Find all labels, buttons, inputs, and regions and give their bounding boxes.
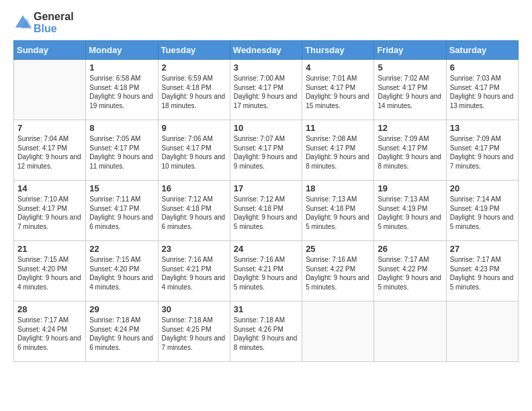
calendar-cell: 10Sunrise: 7:07 AM Sunset: 4:17 PM Dayli…: [230, 120, 302, 181]
weekday-monday: Monday: [86, 41, 158, 60]
day-number: 16: [162, 183, 226, 193]
cell-details: Sunrise: 7:04 AM Sunset: 4:17 PM Dayligh…: [17, 134, 82, 171]
cell-details: Sunrise: 7:12 AM Sunset: 4:18 PM Dayligh…: [162, 195, 226, 231]
logo-text: General Blue: [34, 11, 74, 35]
calendar-cell: 1Sunrise: 6:58 AM Sunset: 4:18 PM Daylig…: [86, 60, 158, 120]
day-number: 4: [306, 62, 370, 73]
cell-details: Sunrise: 7:13 AM Sunset: 4:18 PM Dayligh…: [306, 195, 370, 231]
calendar-cell: 30Sunrise: 7:18 AM Sunset: 4:25 PM Dayli…: [158, 302, 230, 362]
calendar-cell: 19Sunrise: 7:13 AM Sunset: 4:19 PM Dayli…: [374, 181, 446, 241]
calendar-cell: 24Sunrise: 7:16 AM Sunset: 4:21 PM Dayli…: [230, 241, 302, 302]
cell-details: Sunrise: 7:01 AM Sunset: 4:17 PM Dayligh…: [306, 74, 370, 110]
calendar-cell: 29Sunrise: 7:18 AM Sunset: 4:24 PM Dayli…: [86, 302, 158, 362]
cell-details: Sunrise: 7:16 AM Sunset: 4:21 PM Dayligh…: [234, 255, 298, 291]
calendar-cell: 3Sunrise: 7:00 AM Sunset: 4:17 PM Daylig…: [230, 60, 302, 120]
cell-details: Sunrise: 7:05 AM Sunset: 4:17 PM Dayligh…: [89, 134, 154, 171]
cell-details: Sunrise: 6:58 AM Sunset: 4:18 PM Dayligh…: [89, 74, 154, 110]
day-number: 5: [378, 62, 442, 73]
cell-details: Sunrise: 7:18 AM Sunset: 4:24 PM Dayligh…: [89, 316, 154, 352]
cell-details: Sunrise: 7:17 AM Sunset: 4:23 PM Dayligh…: [450, 255, 515, 291]
calendar-cell: [14, 60, 86, 120]
weekday-saturday: Saturday: [446, 41, 518, 60]
logo-icon: [13, 13, 32, 32]
cell-details: Sunrise: 7:03 AM Sunset: 4:17 PM Dayligh…: [450, 74, 515, 110]
calendar-cell: 27Sunrise: 7:17 AM Sunset: 4:23 PM Dayli…: [446, 241, 518, 302]
calendar-cell: 15Sunrise: 7:11 AM Sunset: 4:17 PM Dayli…: [86, 181, 158, 241]
cell-details: Sunrise: 7:15 AM Sunset: 4:20 PM Dayligh…: [89, 255, 154, 291]
day-number: 26: [378, 244, 442, 254]
day-number: 1: [89, 62, 154, 73]
cell-details: Sunrise: 7:17 AM Sunset: 4:22 PM Dayligh…: [378, 255, 442, 291]
cell-details: Sunrise: 7:06 AM Sunset: 4:17 PM Dayligh…: [162, 134, 226, 171]
weekday-header-row: SundayMondayTuesdayWednesdayThursdayFrid…: [14, 41, 519, 60]
day-number: 29: [89, 304, 154, 314]
cell-details: Sunrise: 7:14 AM Sunset: 4:19 PM Dayligh…: [450, 195, 515, 231]
weekday-thursday: Thursday: [302, 41, 374, 60]
day-number: 21: [17, 244, 82, 254]
day-number: 8: [89, 123, 154, 133]
calendar-cell: 14Sunrise: 7:10 AM Sunset: 4:17 PM Dayli…: [14, 181, 86, 241]
calendar-cell: 21Sunrise: 7:15 AM Sunset: 4:20 PM Dayli…: [14, 241, 86, 302]
day-number: 23: [162, 244, 226, 254]
day-number: 18: [306, 183, 370, 193]
week-row-2: 7Sunrise: 7:04 AM Sunset: 4:17 PM Daylig…: [14, 120, 519, 181]
cell-details: Sunrise: 7:16 AM Sunset: 4:22 PM Dayligh…: [306, 255, 370, 291]
calendar-cell: 26Sunrise: 7:17 AM Sunset: 4:22 PM Dayli…: [374, 241, 446, 302]
calendar-cell: 17Sunrise: 7:12 AM Sunset: 4:18 PM Dayli…: [230, 181, 302, 241]
cell-details: Sunrise: 7:16 AM Sunset: 4:21 PM Dayligh…: [162, 255, 226, 291]
calendar-cell: 12Sunrise: 7:09 AM Sunset: 4:17 PM Dayli…: [374, 120, 446, 181]
cell-details: Sunrise: 6:59 AM Sunset: 4:18 PM Dayligh…: [162, 74, 226, 110]
week-row-4: 21Sunrise: 7:15 AM Sunset: 4:20 PM Dayli…: [14, 241, 519, 302]
day-number: 20: [450, 183, 515, 193]
week-row-5: 28Sunrise: 7:17 AM Sunset: 4:24 PM Dayli…: [14, 302, 519, 362]
day-number: 14: [17, 183, 82, 193]
calendar-cell: 6Sunrise: 7:03 AM Sunset: 4:17 PM Daylig…: [446, 60, 518, 120]
logo: General Blue: [13, 11, 74, 35]
day-number: 31: [234, 304, 298, 314]
day-number: 15: [89, 183, 154, 193]
day-number: 22: [89, 244, 154, 254]
day-number: 6: [450, 62, 515, 73]
calendar-cell: 28Sunrise: 7:17 AM Sunset: 4:24 PM Dayli…: [14, 302, 86, 362]
calendar-cell: 9Sunrise: 7:06 AM Sunset: 4:17 PM Daylig…: [158, 120, 230, 181]
calendar-cell: 7Sunrise: 7:04 AM Sunset: 4:17 PM Daylig…: [14, 120, 86, 181]
cell-details: Sunrise: 7:07 AM Sunset: 4:17 PM Dayligh…: [234, 134, 298, 171]
cell-details: Sunrise: 7:15 AM Sunset: 4:20 PM Dayligh…: [17, 255, 82, 291]
cell-details: Sunrise: 7:09 AM Sunset: 4:17 PM Dayligh…: [450, 134, 515, 171]
cell-details: Sunrise: 7:09 AM Sunset: 4:17 PM Dayligh…: [378, 134, 442, 171]
day-number: 7: [17, 123, 82, 133]
calendar-cell: 22Sunrise: 7:15 AM Sunset: 4:20 PM Dayli…: [86, 241, 158, 302]
cell-details: Sunrise: 7:11 AM Sunset: 4:17 PM Dayligh…: [89, 195, 154, 231]
day-number: 17: [234, 183, 298, 193]
day-number: 10: [234, 123, 298, 133]
day-number: 25: [306, 244, 370, 254]
cell-details: Sunrise: 7:12 AM Sunset: 4:18 PM Dayligh…: [234, 195, 298, 231]
week-row-1: 1Sunrise: 6:58 AM Sunset: 4:18 PM Daylig…: [14, 60, 519, 120]
calendar-cell: 11Sunrise: 7:08 AM Sunset: 4:17 PM Dayli…: [302, 120, 374, 181]
day-number: 9: [162, 123, 226, 133]
day-number: 19: [378, 183, 442, 193]
cell-details: Sunrise: 7:00 AM Sunset: 4:17 PM Dayligh…: [234, 74, 298, 110]
weekday-tuesday: Tuesday: [158, 41, 230, 60]
cell-details: Sunrise: 7:13 AM Sunset: 4:19 PM Dayligh…: [378, 195, 442, 231]
page: General Blue SundayMondayTuesdayWednesda…: [0, 0, 532, 411]
day-number: 28: [17, 304, 82, 314]
day-number: 2: [162, 62, 226, 73]
calendar-cell: 31Sunrise: 7:18 AM Sunset: 4:26 PM Dayli…: [230, 302, 302, 362]
calendar-cell: 5Sunrise: 7:02 AM Sunset: 4:17 PM Daylig…: [374, 60, 446, 120]
header: General Blue: [13, 7, 519, 35]
weekday-wednesday: Wednesday: [230, 41, 302, 60]
calendar-cell: 2Sunrise: 6:59 AM Sunset: 4:18 PM Daylig…: [158, 60, 230, 120]
calendar-cell: 8Sunrise: 7:05 AM Sunset: 4:17 PM Daylig…: [86, 120, 158, 181]
day-number: 27: [450, 244, 515, 254]
calendar-cell: 25Sunrise: 7:16 AM Sunset: 4:22 PM Dayli…: [302, 241, 374, 302]
calendar-cell: [446, 302, 518, 362]
calendar-cell: [302, 302, 374, 362]
day-number: 3: [234, 62, 298, 73]
day-number: 24: [234, 244, 298, 254]
weekday-sunday: Sunday: [14, 41, 86, 60]
cell-details: Sunrise: 7:02 AM Sunset: 4:17 PM Dayligh…: [378, 74, 442, 110]
calendar-cell: 16Sunrise: 7:12 AM Sunset: 4:18 PM Dayli…: [158, 181, 230, 241]
calendar-cell: 13Sunrise: 7:09 AM Sunset: 4:17 PM Dayli…: [446, 120, 518, 181]
calendar-cell: 20Sunrise: 7:14 AM Sunset: 4:19 PM Dayli…: [446, 181, 518, 241]
